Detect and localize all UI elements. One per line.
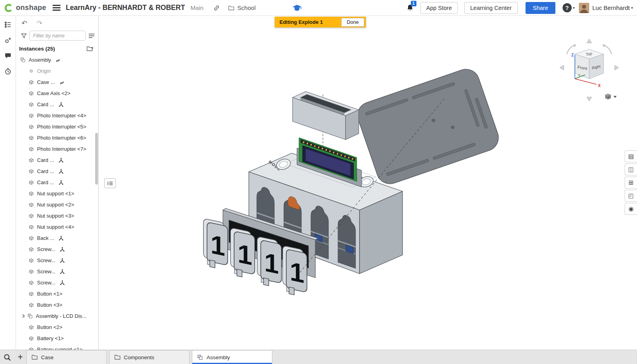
number-card-part[interactable]: 1 <box>257 236 281 288</box>
user-name[interactable]: Luc Bernhardt <box>592 4 630 11</box>
done-button[interactable]: Done <box>341 18 364 27</box>
display-states-icon[interactable]: ◫ <box>625 164 637 175</box>
notifications-button[interactable]: 1 <box>406 4 414 12</box>
help-button[interactable]: ? <box>563 3 572 12</box>
named-positions-icon[interactable]: ◉ <box>625 203 637 215</box>
instance-row[interactable]: Nut support <3> <box>16 210 98 221</box>
instance-row[interactable]: Screw... <box>16 255 98 266</box>
list-view-options-icon[interactable] <box>88 33 95 39</box>
help-caret-icon[interactable]: ▾ <box>573 6 575 10</box>
instance-row[interactable]: Screw... <box>16 277 98 288</box>
features-panel-toggle[interactable] <box>104 178 116 188</box>
rotate-left-arrow[interactable] <box>560 65 564 70</box>
instance-row[interactable]: Card ... <box>16 177 98 188</box>
rotate-right-arrow[interactable] <box>615 65 619 70</box>
display-bezel-part[interactable] <box>293 91 359 140</box>
instance-row[interactable]: Card ... <box>16 154 98 165</box>
instance-row[interactable]: Battery <1> <box>16 333 98 344</box>
instance-row[interactable]: Assembly - LCD Dis... <box>16 310 98 321</box>
instance-row[interactable]: Photo Interrupter <6> <box>16 132 98 143</box>
instance-label: Back ... <box>37 235 54 241</box>
add-to-folder-icon[interactable] <box>86 46 94 52</box>
part-icon <box>28 179 34 185</box>
part-icon <box>28 335 34 341</box>
features-list-icon[interactable] <box>3 20 13 29</box>
card-digit: 1 <box>290 257 305 289</box>
filter-input[interactable] <box>29 31 86 41</box>
history-versions-icon[interactable] <box>3 66 13 76</box>
instance-row[interactable]: Card ... <box>16 165 98 177</box>
part-icon <box>28 280 34 286</box>
tab-case[interactable]: Case <box>26 350 107 364</box>
instance-row[interactable]: Nut support <1> <box>16 188 98 199</box>
filter-icon[interactable] <box>21 33 27 39</box>
instance-row[interactable]: Nut support <4> <box>16 221 98 232</box>
instance-label: Case Axis <2> <box>37 90 70 96</box>
instance-label: Assembly - LCD Dis... <box>36 313 86 319</box>
instance-label: Case ... <box>37 79 55 85</box>
avatar-image <box>579 3 589 13</box>
bom-table-icon[interactable]: ▤ <box>625 150 637 162</box>
part-icon <box>28 324 34 330</box>
instance-row[interactable]: Assembly <box>16 54 98 65</box>
instance-row[interactable]: Photo Interrupter <7> <box>16 143 98 154</box>
fixed-icon <box>59 80 64 85</box>
comments-icon[interactable] <box>3 51 13 60</box>
search-tools-button[interactable] <box>0 350 14 364</box>
workspace-name[interactable]: Main <box>191 4 204 11</box>
main-menu-icon[interactable] <box>53 5 61 11</box>
origin-icon <box>28 68 34 74</box>
part-icon <box>28 213 34 219</box>
panel-scrollbar[interactable] <box>95 133 98 185</box>
learning-center-button[interactable]: Learning Center <box>464 2 518 14</box>
education-cap-icon[interactable] <box>292 4 302 12</box>
instance-row[interactable]: Back ... <box>16 232 98 243</box>
graphics-viewport[interactable]: MODE 1 <box>99 16 637 350</box>
undo-button[interactable]: ↶ <box>21 19 27 27</box>
share-button[interactable]: Share <box>526 2 555 14</box>
instances-tree: AssemblyOriginCase ...Case Axis <2>Card … <box>16 54 98 350</box>
user-avatar[interactable] <box>579 3 589 13</box>
left-icon-toolbar <box>0 16 16 350</box>
assembly-3d-scene[interactable]: MODE 1 <box>99 16 637 350</box>
instance-row[interactable]: Screw... <box>16 243 98 255</box>
instance-row[interactable]: Nut support <2> <box>16 199 98 210</box>
redo-button[interactable]: ↷ <box>37 19 42 27</box>
insert-instance-icon[interactable] <box>3 35 13 45</box>
mate-connector-icon <box>59 158 64 163</box>
user-menu-caret-icon[interactable]: ▾ <box>631 6 633 10</box>
rotate-down-arrow[interactable] <box>587 97 592 101</box>
part-icon <box>28 113 34 119</box>
instance-row[interactable]: Battery support <1> <box>16 344 98 350</box>
share-link-icon[interactable] <box>213 4 220 12</box>
instance-row[interactable]: Case ... <box>16 76 98 88</box>
instance-row[interactable]: Button <3> <box>16 299 98 310</box>
number-card-part[interactable]: 1 <box>283 245 307 298</box>
instance-row[interactable]: Button <2> <box>16 321 98 333</box>
number-card-part[interactable]: 1 <box>203 218 228 271</box>
instance-row[interactable]: Photo Interrupter <4> <box>16 110 98 121</box>
instance-row[interactable]: Screw... <box>16 266 98 277</box>
expand-chevron-icon[interactable] <box>21 314 25 318</box>
tab-bar: + CaseComponentsAssembly <box>0 350 637 364</box>
instance-row[interactable]: Case Axis <2> <box>16 88 98 99</box>
instance-row[interactable]: Button <1> <box>16 288 98 299</box>
instance-row[interactable]: Origin <box>16 65 98 76</box>
tab-assembly[interactable]: Assembly <box>192 350 272 364</box>
tab-components[interactable]: Components <box>109 350 190 364</box>
number-card-part[interactable]: 1 <box>231 228 255 280</box>
new-tab-button[interactable]: + <box>14 350 26 364</box>
back-plate-part[interactable] <box>354 66 502 188</box>
folder-icon <box>228 5 234 11</box>
exploded-views-icon[interactable]: ⊞ <box>625 177 637 189</box>
instance-row[interactable]: Photo Interrupter <5> <box>16 121 98 132</box>
section-view-icon[interactable]: ◰ <box>625 190 637 202</box>
view-orientation-cube[interactable]: Top Front Right Z X Y <box>557 37 621 104</box>
breadcrumb[interactable]: School <box>228 4 256 11</box>
onshape-logo[interactable]: onshape <box>4 3 46 13</box>
app-store-button[interactable]: App Store <box>420 2 458 14</box>
rotate-up-arrow[interactable] <box>587 39 592 43</box>
instance-row[interactable]: Card ... <box>16 99 98 110</box>
assembly-icon <box>27 313 33 319</box>
iso-view-selector[interactable] <box>605 93 617 99</box>
